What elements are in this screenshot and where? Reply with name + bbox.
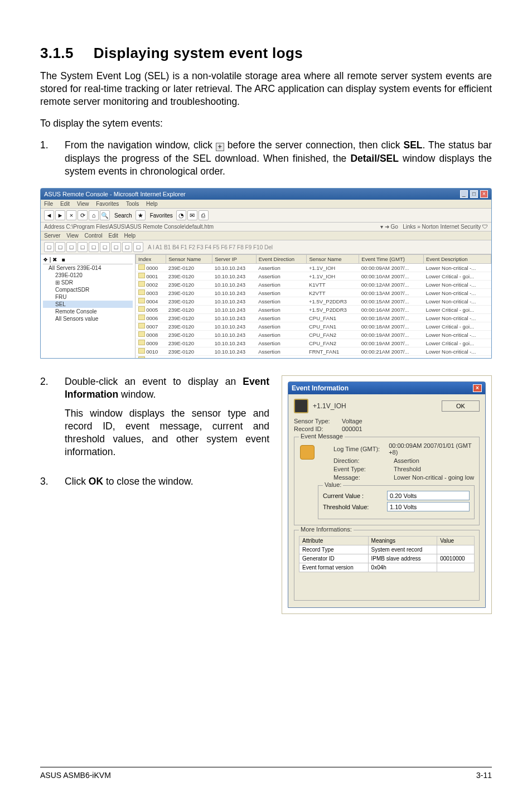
table-row: Record TypeSystem event record (299, 545, 475, 554)
app-tool-icon[interactable]: □ (44, 242, 54, 252)
menu-tools[interactable]: Tools (126, 201, 139, 207)
section-number: 3.1.5 (40, 45, 74, 61)
event-row-icon (138, 306, 145, 312)
tree-sel[interactable]: SEL (43, 301, 133, 308)
event-information-dialog: Event Information × +1.1V_IOH OK Sensor … (288, 381, 486, 608)
window-title-bar: ASUS Remote Console - Microsoft Internet… (41, 189, 491, 200)
expand-icon: + (216, 143, 224, 151)
app-tool-icon[interactable]: □ (122, 242, 132, 252)
app-tool-icon[interactable]: □ (100, 242, 110, 252)
col-server-ip[interactable]: Server IP (212, 255, 257, 264)
refresh-icon[interactable]: ⟳ (78, 210, 88, 220)
home-icon[interactable]: ⌂ (89, 210, 99, 220)
current-value-field[interactable] (387, 491, 470, 500)
table-row[interactable]: 0001239E-012010.10.10.243Assertion+1.1V_… (136, 272, 491, 281)
app-toolbar: □ □ □ □ □ □ □ □ □ A I A1 B1 B4 F1 F2 F3 … (41, 240, 491, 254)
step-2-note: This window displays the sensor type and… (65, 407, 269, 458)
event-row-icon (138, 340, 145, 345)
back-icon[interactable]: ◄ (44, 210, 54, 220)
table-row[interactable]: 0002239E-012010.10.10.243AssertionK1VTT0… (136, 281, 491, 289)
close-icon[interactable]: × (480, 190, 488, 198)
favorites-label: Favorites (150, 212, 173, 219)
tree-sdr[interactable]: ⊞ SDR (43, 279, 133, 286)
dialog-title: Event Information (292, 384, 349, 392)
menu-favorites[interactable]: Favorites (96, 201, 119, 207)
app-tool-icon[interactable]: □ (89, 242, 99, 252)
event-row-icon (138, 348, 145, 354)
app-menu-help[interactable]: Help (124, 233, 136, 239)
tree-server[interactable]: 239E-0120 (43, 272, 133, 279)
app-menu-bar: Server View Control Edit Help (41, 231, 491, 240)
table-row: Generator IDIPMB slave address00010000 (299, 554, 475, 563)
sensor-chip-icon (294, 399, 308, 413)
app-tool-icon[interactable]: □ (55, 242, 65, 252)
address-value[interactable]: C:\Program Files\ASUS\ASUS Remote Consol… (66, 224, 214, 230)
warning-icon (300, 445, 315, 460)
app-menu-control[interactable]: Control (85, 233, 103, 239)
sensor-name: +1.1V_IOH (313, 402, 346, 410)
col-sensor-name-2[interactable]: Sensor Name (307, 255, 359, 264)
tree-all-servers[interactable]: All Servers 239E-014 (43, 264, 133, 272)
maximize-icon[interactable]: □ (470, 190, 478, 198)
links-label: Links » Norton Internet Security (403, 224, 481, 230)
event-row-icon (138, 331, 145, 337)
page-footer: ASUS ASMB6-iKVM 3-11 (40, 767, 492, 780)
table-row[interactable]: 0004239E-012010.10.10.243Assertion+1.5V_… (136, 297, 491, 306)
table-row[interactable]: 0011239E-012010.10.10.243AssertionFRNT_F… (136, 356, 491, 359)
menu-file[interactable]: File (44, 201, 53, 207)
col-direction[interactable]: Event Direction (256, 255, 307, 264)
search-label: Search (114, 212, 132, 219)
sel-event-table: Index Sensor Name Server IP Event Direct… (136, 254, 491, 358)
dialog-close-icon[interactable]: × (473, 384, 482, 392)
table-row[interactable]: 0008239E-012010.10.10.243AssertionCPU_FA… (136, 331, 491, 339)
sel-window-screenshot: ASUS Remote Console - Microsoft Internet… (40, 188, 492, 359)
col-index[interactable]: Index (136, 255, 166, 264)
favorites-icon[interactable]: ★ (136, 210, 146, 220)
print-icon[interactable]: ⎙ (199, 210, 209, 220)
col-event-desc[interactable]: Event Description (424, 255, 491, 264)
history-icon[interactable]: ◔ (176, 210, 186, 220)
stop-icon[interactable]: × (66, 210, 76, 220)
value-legend: Value: (323, 481, 343, 488)
table-row[interactable]: 0006239E-012010.10.10.243AssertionCPU_FA… (136, 314, 491, 322)
event-row-icon (138, 315, 145, 320)
intro-paragraph: The System Event Log (SEL) is a non-vola… (40, 70, 492, 108)
table-row[interactable]: 0010239E-012010.10.10.243AssertionFRNT_F… (136, 347, 491, 356)
app-menu-server[interactable]: Server (44, 233, 60, 239)
app-tool-icon[interactable]: □ (111, 242, 121, 252)
forward-icon[interactable]: ► (55, 210, 65, 220)
event-row-icon (138, 289, 145, 295)
address-bar: Address C:\Program Files\ASUS\ASUS Remot… (41, 223, 491, 231)
tree-remote-console[interactable]: Remote Console (43, 308, 133, 315)
navigation-tree: ❖ | ✖ ■ All Servers 239E-014 239E-0120 ⊞… (41, 254, 136, 358)
step-3: 3. Click OK to close the window. (40, 475, 269, 488)
tree-fru[interactable]: FRU (43, 293, 133, 301)
app-menu-edit[interactable]: Edit (109, 233, 118, 239)
lead-in: To display the sytem events: (40, 117, 492, 130)
table-row[interactable]: 0009239E-012010.10.10.243AssertionCPU_FA… (136, 339, 491, 347)
menu-view[interactable]: View (77, 201, 89, 207)
mail-icon[interactable]: ✉ (187, 210, 197, 220)
ok-button[interactable]: OK (442, 400, 480, 412)
tree-compactsdr[interactable]: CompactSDR (43, 286, 133, 293)
tree-all-sensors[interactable]: All Sensors value (43, 315, 133, 322)
minimize-icon[interactable]: _ (460, 190, 468, 198)
table-row[interactable]: 0007239E-012010.10.10.243AssertionCPU_FA… (136, 322, 491, 331)
app-tool-icon[interactable]: □ (66, 242, 76, 252)
menu-help[interactable]: Help (146, 201, 158, 207)
menu-edit[interactable]: Edit (60, 201, 70, 207)
app-menu-view[interactable]: View (66, 233, 79, 239)
col-sensor-name[interactable]: Sensor Name (166, 255, 212, 264)
table-row[interactable]: 0003239E-012010.10.10.243AssertionK2VTT0… (136, 289, 491, 297)
browser-toolbar: ◄ ► × ⟳ ⌂ 🔍 Search ★ Favorites ◔ ✉ ⎙ (41, 209, 491, 223)
app-tool-icon[interactable]: □ (78, 242, 88, 252)
table-row[interactable]: 0005239E-012010.10.10.243Assertion+1.5V_… (136, 306, 491, 314)
attribute-table: Attribute Meanings Value Record TypeSyst… (299, 536, 475, 572)
attr-col-attribute: Attribute (299, 537, 369, 545)
search-icon[interactable]: 🔍 (100, 210, 110, 220)
table-row[interactable]: 0000239E-012010.10.10.243Assertion+1.1V_… (136, 264, 491, 272)
threshold-value-field[interactable] (387, 502, 470, 511)
app-tool-icon[interactable]: □ (133, 242, 143, 252)
table-row: Event format version0x04h (299, 563, 475, 572)
col-event-time[interactable]: Event Time (GMT) (359, 255, 424, 264)
